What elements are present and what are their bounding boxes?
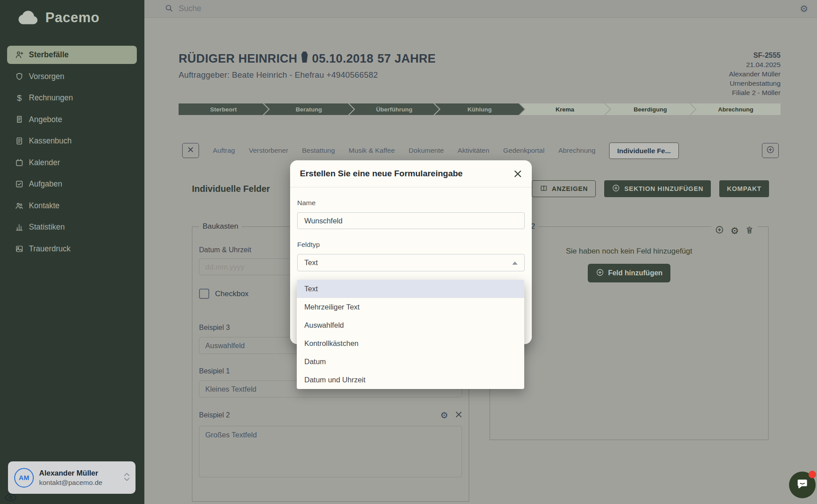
feld-hinzufuegen-button[interactable]: Feld hinzufügen: [588, 264, 670, 282]
sidebar-item-kontakte[interactable]: Kontakte: [7, 197, 137, 215]
tab-individuelle-felder-active[interactable]: Individuelle Fe...: [609, 143, 679, 159]
branch: Filiale 2 - Möller: [729, 88, 781, 97]
checkbox[interactable]: [199, 289, 209, 299]
tab-gedenkportal[interactable]: Gedenkportal: [503, 147, 545, 155]
option-mehrzeiliger-text[interactable]: Mehrzeiliger Text: [297, 298, 524, 316]
coffin-icon: [301, 52, 308, 66]
sidebar-item-rechnungen[interactable]: $ Rechnungen: [7, 89, 137, 107]
feld-hinzufuegen-label: Feld hinzufügen: [608, 269, 663, 277]
step-kuehlung[interactable]: Kühlung: [434, 103, 524, 115]
case-owner: Alexander Müller: [729, 69, 781, 79]
sidebar-item-label: Vorsorgen: [29, 72, 64, 81]
modal-type-label: Feldtyp: [297, 241, 525, 249]
close-icon[interactable]: [514, 170, 522, 178]
tab-bestattung[interactable]: Bestattung: [302, 147, 335, 155]
chevron-up-icon: [512, 262, 518, 265]
page-title: Individuelle Felder: [192, 184, 270, 194]
sidebar-item-kassenbuch[interactable]: Kassenbuch: [7, 132, 137, 150]
columns-icon: [540, 184, 548, 194]
tab-abrechnung[interactable]: Abrechnung: [558, 147, 596, 155]
app-logo: Pacemo: [16, 9, 100, 27]
field-remove-x-icon[interactable]: [455, 411, 462, 420]
user-card[interactable]: AM Alexander Müller kontakt@pacemo.de: [8, 461, 136, 494]
app-name: Pacemo: [45, 10, 100, 26]
client-line: Auftraggeber: Beate Heinrich - Ehefrau +…: [179, 70, 378, 80]
step-ueberfuehrung[interactable]: Überführung: [349, 103, 439, 115]
step-sterbeort[interactable]: Sterbeort: [179, 103, 268, 115]
tab-dokumente[interactable]: Dokumente: [409, 147, 444, 155]
section-trash-icon[interactable]: [745, 226, 754, 236]
person-plus-icon: [15, 50, 24, 60]
sidebar-item-label: Kassenbuch: [29, 136, 72, 146]
sidebar-item-label: Sterbefälle: [29, 50, 68, 60]
section-add-icon[interactable]: [715, 225, 724, 236]
bar-chart-icon: [15, 222, 24, 232]
chevron-up-down-icon[interactable]: [124, 472, 130, 484]
sidebar-nav: Sterbefälle Vorsorgen $ Rechnungen Angeb…: [7, 46, 137, 261]
step-abrechnung[interactable]: Abrechnung: [691, 103, 781, 115]
close-tab-button[interactable]: [182, 143, 199, 158]
sektion-label: SEKTION HINZUFÜGEN: [624, 185, 703, 192]
case-id: SF-2555: [729, 51, 781, 60]
sidebar-item-statistiken[interactable]: Statistiken: [7, 218, 137, 236]
tab-auftrag[interactable]: Auftrag: [213, 147, 235, 155]
sidebar-item-aufgaben[interactable]: Aufgaben: [7, 175, 137, 193]
shield-icon: [15, 72, 24, 81]
case-info-block: SF-2555 21.04.2025 Alexander Müller Urne…: [729, 51, 781, 97]
check-square-icon: [15, 179, 24, 189]
ledger-icon: [15, 136, 24, 146]
option-datum[interactable]: Datum: [297, 353, 524, 371]
sidebar-item-label: Angebote: [29, 115, 62, 124]
add-tab-button[interactable]: [762, 143, 779, 158]
search-placeholder: Suche: [179, 4, 201, 13]
option-datum-und-uhrzeit[interactable]: Datum und Uhrzeit: [297, 371, 524, 389]
deceased-age: 57 JAHRE: [377, 52, 435, 66]
search-icon: [164, 4, 173, 14]
sidebar-item-label: Kontakte: [29, 201, 60, 210]
sidebar-item-label: Rechnungen: [29, 93, 73, 103]
app-window: Pacemo Sterbefälle Vorsorgen $ Rechnunge…: [0, 0, 817, 504]
feldtyp-dropdown: Text Mehrzeiliger Text Auswahlfeld Kontr…: [297, 280, 524, 389]
anzeigen-label: ANZEIGEN: [552, 185, 588, 192]
option-kontrollkaestchen[interactable]: Kontrollkästchen: [297, 334, 524, 353]
sidebar: Pacemo Sterbefälle Vorsorgen $ Rechnunge…: [0, 0, 144, 504]
topbar: Suche ⚙: [144, 0, 817, 18]
sektion-hinzufuegen-button[interactable]: SEKTION HINZUFÜGEN: [604, 180, 711, 197]
checkbox-label: Checkbox: [215, 290, 249, 298]
field-settings-gear-icon[interactable]: ⚙: [440, 411, 448, 420]
sidebar-item-sterbefaelle[interactable]: Sterbefälle: [7, 46, 137, 64]
kompakt-button[interactable]: KOMPAKT: [719, 180, 769, 197]
beispiel2-textarea[interactable]: Großes Textfeld: [199, 426, 462, 477]
sidebar-item-label: Trauerdruck: [29, 244, 71, 254]
tab-musik-kaffee[interactable]: Musik & Kaffee: [349, 147, 395, 155]
modal-type-select[interactable]: Text: [297, 254, 525, 271]
sidebar-item-kalender[interactable]: Kalender: [7, 154, 137, 172]
eye-icon[interactable]: [4, 494, 17, 503]
sidebar-item-angebote[interactable]: Angebote: [7, 111, 137, 129]
sidebar-item-trauerdruck[interactable]: Trauerdruck: [7, 240, 137, 258]
sidebar-item-label: Statistiken: [29, 222, 65, 232]
tab-aktivitaeten[interactable]: Aktivitäten: [458, 147, 490, 155]
modal-title: Erstellen Sie eine neue Formulareingabe: [300, 169, 462, 179]
user-name: Alexander Müller: [39, 469, 124, 477]
plus-circle-icon: [596, 268, 604, 278]
people-icon: [15, 201, 24, 210]
settings-gear-icon[interactable]: ⚙: [800, 4, 808, 13]
case-date: 21.04.2025: [729, 60, 781, 69]
sidebar-item-vorsorgen[interactable]: Vorsorgen: [7, 67, 137, 86]
step-beratung[interactable]: Beratung: [264, 103, 354, 115]
sidebar-item-label: Kalender: [29, 158, 60, 167]
chat-bubble-icon: [796, 477, 809, 492]
tab-verstorbener[interactable]: Verstorbener: [249, 147, 288, 155]
field-label-beispiel2: Beispiel 2: [199, 411, 230, 419]
global-search[interactable]: Suche: [164, 4, 800, 14]
anzeigen-button[interactable]: ANZEIGEN: [532, 180, 596, 197]
modal-type-value: Text: [304, 258, 318, 267]
step-beerdigung[interactable]: Beerdigung: [606, 103, 695, 115]
section-gear-icon[interactable]: ⚙: [730, 226, 739, 235]
step-krema[interactable]: Krema: [520, 103, 610, 115]
option-auswahlfeld[interactable]: Auswahlfeld: [297, 316, 524, 334]
modal-name-input[interactable]: [297, 212, 525, 229]
burial-type: Urnenbestattung: [729, 79, 781, 88]
option-text[interactable]: Text: [297, 280, 524, 298]
